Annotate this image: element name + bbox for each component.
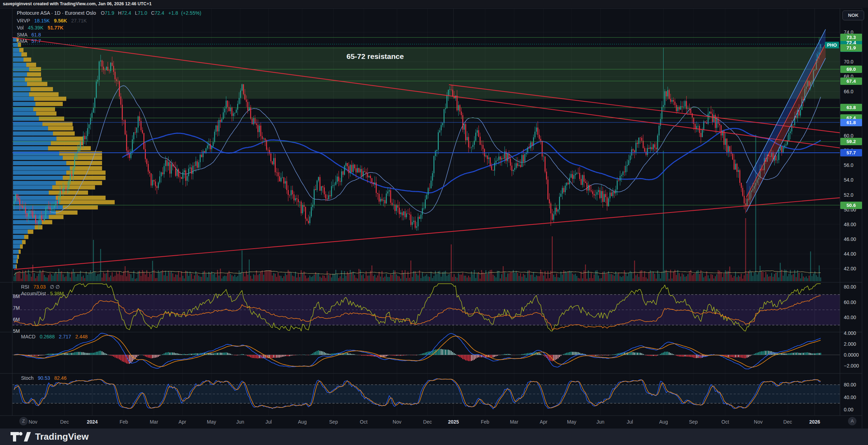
- close-label: C: [151, 10, 155, 16]
- low-label: L: [135, 10, 138, 16]
- price-tick: 42.00: [844, 266, 856, 271]
- timezone-button[interactable]: Z: [19, 417, 28, 425]
- price-tick: 52.0: [844, 193, 853, 197]
- macd-label: MACD: [21, 334, 35, 339]
- rsi-value: 73.03: [33, 284, 46, 290]
- time-tick-month: Feb: [112, 419, 136, 425]
- time-tick-month: Mar: [142, 419, 166, 425]
- sma2-value: 57.7: [31, 38, 41, 44]
- sma-price-badge: 61.8: [840, 119, 862, 126]
- close-value: 72.4: [155, 10, 164, 16]
- accum-dist-legend[interactable]: Accum/Dist 5.38M: [21, 291, 64, 296]
- rsi-label: RSI: [21, 284, 29, 290]
- price-tick: 70.0: [844, 59, 853, 64]
- stoch-k-value: 90.53: [38, 375, 50, 381]
- price-level-badge: 59.2: [840, 138, 862, 145]
- vrvp-legend[interactable]: VRVP 18.15K 9.56K 27.71K: [17, 18, 87, 23]
- time-tick-month: Jun: [588, 419, 613, 425]
- price-level-badge: 67.4: [840, 77, 862, 85]
- time-tick-month: Nov: [385, 419, 409, 425]
- macd-tick: 4.000: [844, 331, 856, 336]
- stoch-label: Stoch: [21, 375, 34, 381]
- symbol-title: Photocure ASA · 1D · Euronext Oslo: [17, 10, 96, 16]
- time-tick-month: Apr: [531, 419, 556, 425]
- sma2-label: SMA: [17, 38, 27, 44]
- price-tick: 56.0: [844, 163, 853, 168]
- price-tick: 66.0: [844, 89, 853, 94]
- chart-canvas[interactable]: [0, 0, 868, 429]
- time-tick-year: 2024: [80, 419, 105, 425]
- rsi-params: ∅ ∅: [50, 284, 60, 290]
- price-tick: 46.00: [844, 237, 856, 242]
- sma-price-badge: 57.7: [840, 149, 862, 156]
- stoch-tick: 40.00: [844, 395, 856, 400]
- stoch-d-value: 82.46: [54, 375, 67, 381]
- footer-bar: TradingView: [0, 429, 868, 445]
- price-level-badge: 73.3: [840, 34, 862, 41]
- time-tick-month: Jun: [228, 419, 253, 425]
- time-tick-month: Oct: [351, 419, 376, 425]
- time-tick-year: 2025: [441, 419, 466, 425]
- price-level-badge: 71.9: [840, 44, 862, 52]
- accum-dist-label: Accum/Dist: [21, 291, 46, 296]
- tradingview-chart-window: savepiginvest created with TradingView.c…: [0, 0, 868, 445]
- macd-legend[interactable]: MACD 0.2688 2.717 2.448: [21, 334, 88, 339]
- stoch-legend[interactable]: Stoch 90.53 82.46: [21, 375, 67, 381]
- open-label: O: [101, 10, 105, 16]
- low-value: 71.0: [138, 10, 147, 16]
- time-tick-month: Oct: [713, 419, 738, 425]
- time-tick-month: Dec: [52, 419, 77, 425]
- volume-legend[interactable]: Vol 45.39K 51.77K: [17, 25, 63, 31]
- time-tick-month: Jul: [256, 419, 281, 425]
- rsi-tick: 40.00: [844, 315, 856, 320]
- vol-value-1: 45.39K: [28, 25, 43, 31]
- time-tick-month: Mar: [502, 419, 526, 425]
- change-value: +1.8: [168, 10, 178, 16]
- stoch-tick: 0.00: [844, 407, 853, 412]
- time-tick-month: Apr: [170, 419, 195, 425]
- vrvp-value-2: 9.56K: [54, 18, 67, 23]
- currency-button[interactable]: NOK: [842, 11, 864, 20]
- macd-tick: −2.000: [844, 363, 859, 368]
- vol-value-2: 51.77K: [48, 25, 63, 31]
- time-tick-month: Dec: [415, 419, 440, 425]
- macd-line-value: 2.717: [59, 334, 71, 339]
- auto-scale-button[interactable]: A: [848, 417, 856, 425]
- symbol-price-tag: PHO: [825, 42, 839, 48]
- accum-dist-value: 5.38M: [50, 291, 64, 296]
- price-level-badge: 50.6: [840, 202, 862, 209]
- time-tick-month: Nov: [746, 419, 771, 425]
- time-tick-month: Aug: [290, 419, 315, 425]
- tradingview-logo-icon[interactable]: [11, 432, 32, 442]
- time-tick-month: May: [199, 419, 224, 425]
- sma1-legend[interactable]: SMA 61.8: [17, 32, 41, 38]
- price-level-badge: 69.0: [840, 66, 862, 73]
- rsi-legend[interactable]: RSI 73.03 ∅ ∅: [21, 284, 60, 290]
- accum-dist-tick: 6M: [13, 317, 20, 322]
- rsi-tick: 80.00: [844, 284, 856, 289]
- sma1-label: SMA: [17, 32, 27, 38]
- price-tick: 60.0: [844, 133, 853, 138]
- high-value: 72.4: [122, 10, 131, 16]
- rsi-tick: 60.00: [844, 300, 856, 305]
- macd-signal-value: 2.448: [75, 334, 88, 339]
- price-level-badge: 63.8: [840, 104, 862, 111]
- price-tick: 48.00: [844, 222, 856, 227]
- time-tick-month: May: [559, 419, 584, 425]
- sma2-legend[interactable]: SMA 57.7: [17, 38, 41, 44]
- stoch-tick: 80.00: [844, 382, 856, 387]
- tradingview-brand-text[interactable]: TradingView: [35, 429, 89, 445]
- symbol-legend[interactable]: Photocure ASA · 1D · Euronext Oslo O71.9…: [17, 10, 201, 16]
- resistance-annotation[interactable]: 65-72 resistance: [346, 52, 404, 61]
- vrvp-value-1: 18.15K: [34, 18, 50, 23]
- time-tick-month: Feb: [473, 419, 497, 425]
- vol-label: Vol: [17, 25, 23, 31]
- time-tick-month: Jul: [618, 419, 642, 425]
- price-tick: 44.00: [844, 251, 856, 256]
- vrvp-label: VRVP: [17, 18, 30, 23]
- time-tick-month: Sep: [681, 419, 706, 425]
- price-tick: 54.0: [844, 177, 853, 182]
- macd-tick: 0.0000: [844, 352, 859, 357]
- time-tick-year: 2026: [802, 419, 827, 425]
- accum-dist-tick: 7M: [13, 305, 20, 310]
